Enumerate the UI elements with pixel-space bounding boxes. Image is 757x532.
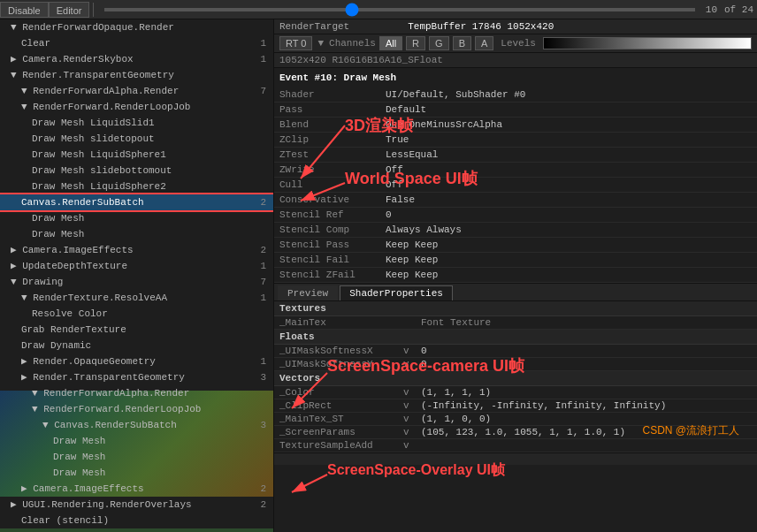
- vector-cliprect-type: v: [403, 400, 421, 411]
- tree-item-draw3[interactable]: Draw Mesh: [0, 433, 273, 449]
- format-bar: 1052x420 R16G16B16A16_SFloat: [274, 53, 757, 68]
- channel-bar: RT 0 ▼ Channels All R G B A Levels: [274, 34, 757, 53]
- vector-texsample-type: v: [403, 440, 421, 451]
- vector-cliprect-row: _ClipRect v (-Infinity, -Infinity, Infin…: [274, 399, 757, 413]
- tree-item-canvasoverlay[interactable]: 1 ▼ Canvas.RenderOverlays: [0, 528, 273, 532]
- float-maskx-type: v: [403, 346, 421, 356]
- tree-item-draw4[interactable]: Draw Mesh: [0, 449, 273, 465]
- prop-cull: Cull Off: [274, 178, 757, 193]
- tree-item-mesh5[interactable]: Draw Mesh LiquidSphere2: [0, 179, 273, 194]
- tree-item-draw2[interactable]: Draw Mesh: [0, 226, 273, 242]
- top-toolbar: Disable Editor 10 of 24: [0, 0, 757, 19]
- textures-header: Textures: [274, 301, 757, 316]
- tree-item-resolveaa[interactable]: 1 ▼ RenderTexture.ResolveAA: [0, 290, 273, 306]
- float-masky-name: _UIMaskSoftnessY: [279, 359, 403, 369]
- frame-slider[interactable]: [104, 8, 694, 11]
- tree-item-renderforward[interactable]: ▼ RenderForwardOpaque.Render: [0, 19, 273, 35]
- channels-label: Channels: [329, 38, 376, 49]
- vector-color-row: _Color v (1, 1, 1, 1): [274, 386, 757, 399]
- tab-shader-properties[interactable]: ShaderProperties: [340, 285, 453, 300]
- vector-screenparams-row: _ScreenParams v (105, 123, 1.0, 1055, 1,…: [274, 426, 757, 439]
- bottom-label1: [279, 454, 287, 464]
- tree-item-resolvecolor[interactable]: Resolve Color: [0, 306, 273, 322]
- tree-item-loopjob2[interactable]: ▼ RenderForward.RenderLoopJob: [0, 401, 273, 417]
- tree-item-mesh1[interactable]: Draw Mesh LiquidSlid1: [0, 115, 273, 131]
- prop-blend: Blend One OneMinusSrcAlpha: [274, 118, 757, 133]
- vector-maintex-value: (1, 1, 0, 0): [421, 414, 752, 424]
- tree-item-clearstencil[interactable]: Clear (stencil): [0, 513, 273, 528]
- tab-preview[interactable]: Preview: [278, 285, 338, 300]
- tree-item-skybox[interactable]: 1 ▶ Camera.RenderSkybox: [0, 51, 273, 67]
- tree-item-canvas2[interactable]: 3 ▼ Canvas.RenderSubBatch: [0, 417, 273, 433]
- tree-item-canvas-selected[interactable]: 2 Canvas.RenderSubBatch: [0, 194, 273, 210]
- prop-stencil-fail: Stencil Fail Keep Keep: [274, 253, 757, 268]
- texture-name: _MainTex: [279, 317, 403, 328]
- prop-ztest: ZTest LessEqual: [274, 148, 757, 163]
- tree-item-mesh3[interactable]: Draw Mesh LiquidSphere1: [0, 147, 273, 163]
- prop-shader: Shader UI/Default, SubShader #0: [274, 87, 757, 103]
- tree-item-alpha1[interactable]: 7 ▼ RenderForwardAlpha.Render: [0, 83, 273, 99]
- g-button[interactable]: G: [429, 36, 449, 50]
- tree-item-grab[interactable]: Grab RenderTexture: [0, 322, 273, 338]
- vector-cliprect-value: (-Infinity, -Infinity, Infinity, Infinit…: [421, 400, 752, 411]
- rt0-button[interactable]: RT 0: [279, 36, 312, 50]
- tree-item-imageeffects1[interactable]: 2 ▶ Camera.ImageEffects: [0, 242, 273, 258]
- frame-of-label: of 24: [721, 4, 757, 15]
- tree-item-mesh2[interactable]: Draw Mesh slidetopout: [0, 131, 273, 147]
- float-masky-type: v: [403, 359, 421, 369]
- bottom-bar: [274, 452, 757, 465]
- tree-view: ▼ RenderForwardOpaque.Render 1 Clear 1 ▶…: [0, 19, 273, 532]
- texture-value: Font Texture: [421, 317, 752, 328]
- tree-item-drawing[interactable]: 7 ▼ Drawing: [0, 274, 273, 290]
- float-maskx-row: _UIMaskSoftnessX v 0: [274, 345, 757, 358]
- vector-texsample-row: TextureSampleAdd v: [274, 439, 757, 452]
- vector-texsample-name: TextureSampleAdd: [279, 440, 403, 451]
- vector-maintex-type: v: [403, 414, 421, 424]
- frame-number: 10: [702, 4, 721, 15]
- tree-item-draw1[interactable]: Draw Mesh: [0, 210, 273, 226]
- tree-item-draw5[interactable]: Draw Mesh: [0, 465, 273, 481]
- prop-zclip: ZClip True: [274, 133, 757, 148]
- prop-stencil-ref: Stencil Ref 0: [274, 208, 757, 223]
- tab-bar: Preview ShaderProperties: [274, 283, 757, 301]
- float-masky-value: 0: [421, 359, 752, 369]
- b-button[interactable]: B: [453, 36, 471, 50]
- tree-item-loopjob1[interactable]: ▼ RenderForward.RenderLoopJob: [0, 99, 273, 115]
- properties-table: Shader UI/Default, SubShader #0 Pass Def…: [274, 87, 757, 283]
- vector-screenparams-name: _ScreenParams: [279, 427, 403, 437]
- tree-item-updatedepth[interactable]: 1 ▶ UpdateDepthTexture: [0, 258, 273, 274]
- vectors-header: Vectors: [274, 371, 757, 386]
- left-panel: ▼ RenderForwardOpaque.Render 1 Clear 1 ▶…: [0, 19, 274, 532]
- prop-stencil-pass: Stencil Pass Keep Keep: [274, 238, 757, 253]
- disable-button[interactable]: Disable: [0, 2, 49, 18]
- prop-zwrite: ZWrite Off: [274, 163, 757, 178]
- render-target-bar: RenderTarget TempBuffer 17846 1052x420: [274, 19, 757, 34]
- float-maskx-value: 0: [421, 346, 752, 356]
- tree-item-imageeffects2[interactable]: 2 ▶ Camera.ImageEffects: [0, 481, 273, 497]
- vector-maintex-row: _MainTex_ST v (1, 1, 0, 0): [274, 413, 757, 426]
- a-button[interactable]: A: [475, 36, 493, 50]
- tree-item-transparent1[interactable]: ▼ Render.TransparentGeometry: [0, 67, 273, 83]
- float-masky-row: _UIMaskSoftnessY v 0: [274, 358, 757, 371]
- all-button[interactable]: All: [379, 36, 402, 50]
- tree-item-alpha2[interactable]: ▼ RenderForwardAlpha.Render: [0, 385, 273, 401]
- levels-label: Levels: [501, 38, 536, 49]
- vector-screenparams-value: (105, 123, 1.0, 1055, 1, 1, 1.0, 1): [421, 427, 752, 437]
- editor-button[interactable]: Editor: [49, 2, 90, 18]
- tree-item-mesh4[interactable]: Draw Mesh slidebottomout: [0, 163, 273, 179]
- event-section: Event #10: Draw Mesh: [274, 68, 757, 87]
- prop-name-shader: Shader: [274, 87, 380, 103]
- vector-color-type: v: [403, 387, 421, 398]
- tree-item-dynamic[interactable]: Draw Dynamic: [0, 338, 273, 353]
- vector-cliprect-name: _ClipRect: [279, 400, 403, 411]
- r-button[interactable]: R: [406, 36, 425, 50]
- format-value: 1052x420 R16G16B16A16_SFloat: [279, 55, 443, 65]
- vector-color-name: _Color: [279, 387, 403, 398]
- shader-section: Textures _MainTex Font Texture Floats _U…: [274, 301, 757, 452]
- texture-main-row: _MainTex Font Texture: [274, 316, 757, 330]
- tree-item-opaque[interactable]: 1 ▶ Render.OpaqueGeometry: [0, 353, 273, 369]
- tree-item-transparent2[interactable]: 3 ▶ Render.TransparentGeometry: [0, 369, 273, 385]
- tree-item-clear[interactable]: 1 Clear: [0, 35, 273, 51]
- vector-screenparams-type: v: [403, 427, 421, 437]
- tree-item-ugui[interactable]: 2 ▶ UGUI.Rendering.RenderOverlays: [0, 497, 273, 513]
